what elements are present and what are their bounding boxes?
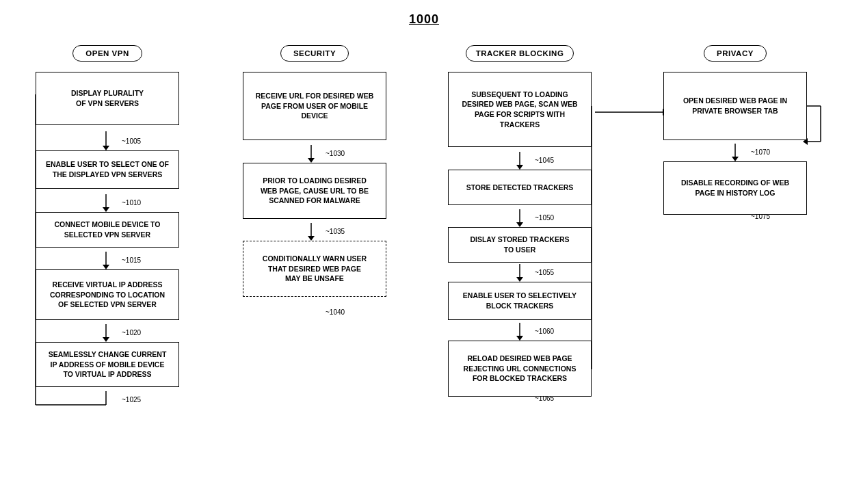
box-1050: STORE DETECTED TRACKERS — [448, 170, 592, 205]
svg-text:~1035: ~1035 — [326, 228, 345, 235]
svg-text:~1010: ~1010 — [122, 199, 142, 207]
svg-marker-5 — [103, 265, 109, 269]
box-1045: SUBSEQUENT TO LOADINGDESIRED WEB PAGE, S… — [448, 72, 592, 147]
svg-text:~1020: ~1020 — [122, 329, 142, 336]
svg-text:~1055: ~1055 — [535, 269, 555, 276]
box-1025: SEAMLESSLY CHANGE CURRENTIP ADDRESS OF M… — [36, 342, 179, 387]
svg-text:~1045: ~1045 — [535, 157, 555, 164]
col2-header-wrap: SECURITY — [243, 45, 386, 62]
svg-marker-7 — [103, 337, 109, 342]
svg-text:~1005: ~1005 — [122, 137, 142, 145]
svg-marker-18 — [516, 165, 523, 170]
svg-marker-24 — [516, 336, 523, 341]
svg-text:~1015: ~1015 — [122, 256, 142, 264]
box-1060: ENABLE USER TO SELECTIVELYBLOCK TRACKERS — [448, 282, 592, 320]
box-1065: RELOAD DESIRED WEB PAGEREJECTING URL CON… — [448, 341, 592, 397]
col4-header-wrap: PRIVACY — [663, 45, 807, 62]
col3-header: TRACKER BLOCKING — [466, 45, 574, 62]
svg-marker-3 — [103, 207, 109, 212]
svg-text:~1040: ~1040 — [326, 308, 345, 316]
box-1040: CONDITIONALLY WARN USERTHAT DESIRED WEB … — [243, 241, 386, 297]
box-1010: ENABLE USER TO SELECT ONE OFTHE DISPLAYE… — [36, 150, 179, 189]
svg-text:~1050: ~1050 — [535, 214, 555, 222]
svg-text:~1030: ~1030 — [326, 150, 345, 157]
col3-header-wrap: TRACKER BLOCKING — [448, 45, 592, 62]
box-1035: PRIOR TO LOADING DESIREDWEB PAGE, CAUSE … — [243, 163, 386, 219]
box-1070: OPEN DESIRED WEB PAGE INPRIVATE BROWSER … — [663, 72, 807, 140]
col2-header: SECURITY — [280, 45, 349, 62]
diagram-container: 1000 — [0, 0, 848, 504]
box-1075: DISABLE RECORDING OF WEBPAGE IN HISTORY … — [663, 161, 807, 215]
col1-header: OPEN VPN — [72, 45, 142, 62]
box-1015: CONNECT MOBILE DEVICE TOSELECTED VPN SER… — [36, 212, 179, 248]
box-1020: RECEIVE VIRTUAL IP ADDRESSCORRESPONDING … — [36, 269, 179, 320]
diagram-title: 1000 — [0, 0, 848, 27]
svg-text:~1070: ~1070 — [751, 148, 771, 156]
box-1055: DISLAY STORED TRACKERSTO USER — [448, 227, 592, 263]
svg-marker-16 — [308, 236, 315, 241]
svg-marker-20 — [516, 222, 523, 227]
svg-marker-22 — [516, 277, 523, 282]
col1-header-wrap: OPEN VPN — [36, 45, 179, 62]
svg-marker-14 — [308, 158, 315, 163]
svg-marker-26 — [732, 157, 739, 161]
svg-text:~1060: ~1060 — [535, 328, 555, 335]
box-1030: RECEIVE URL FOR DESIRED WEBPAGE FROM USE… — [243, 72, 386, 140]
svg-marker-1 — [103, 146, 109, 150]
col4-header: PRIVACY — [704, 45, 767, 62]
box-1005: DISPLAY PLURALITYOF VPN SERVERS — [36, 72, 179, 125]
svg-text:~1025: ~1025 — [122, 396, 142, 403]
